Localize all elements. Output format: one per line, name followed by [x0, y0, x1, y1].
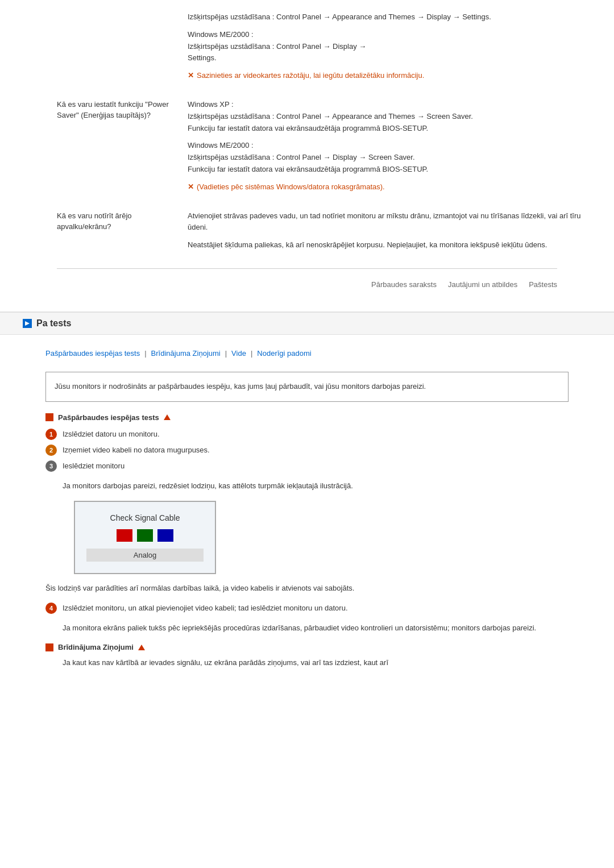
section-divider: [57, 268, 557, 269]
qa-row-power: Kā es varu iestatīt funkciju "Power Save…: [57, 99, 591, 199]
signal-cable-subtitle: Analog: [86, 549, 204, 562]
power-answer-2: Windows ME/2000 :Izšķirtspējas uzstādīša…: [188, 140, 591, 175]
nav-tabs: Pārbaudes saraksts Jautājumi un atbildes…: [23, 280, 591, 289]
steps-list: 1 Izslēdziet datoru un monitoru. 2 Izņem…: [45, 429, 569, 472]
power-warning: ✕ (Vadieties pēc sistēmas Windows/datora…: [188, 181, 591, 193]
step-4-list: 4 Izslēdziet monitoru, un atkal pievieno…: [45, 603, 569, 614]
sub-nav-vide[interactable]: Vide: [231, 349, 246, 358]
color-block-blue: [157, 529, 173, 542]
sub-nav-selftest[interactable]: Pašpārbaudes iespējas tests: [45, 349, 140, 358]
step-1-text: Izslēdziet datoru un monitoru.: [63, 429, 160, 440]
signal-cable-box: Check Signal Cable Analog: [74, 501, 216, 574]
warning-x-icon: ✕: [188, 70, 194, 82]
page-header-icon: [23, 319, 32, 328]
svg-marker-0: [25, 321, 30, 326]
warning-section-title: Brīdinājuma Ziņojumi: [45, 643, 569, 651]
qa-answer-power: Windows XP :Izšķirtspējas uzstādīšana : …: [188, 99, 591, 199]
warning-note-text: Šis lodziņš var parādīties arī normālas …: [45, 584, 354, 592]
self-test-section: Pašpārbaudes iespējas tests 1 Izslēdziet…: [23, 413, 591, 669]
sub-nav-padomi[interactable]: Noderīgi padomi: [257, 349, 311, 358]
step-3-text: Ieslēdziet monitoru: [63, 460, 125, 472]
qa-answer-clean: Atvienojiet strāvas padeves vadu, un tad…: [188, 210, 591, 257]
signal-cable-title: Check Signal Cable: [86, 513, 204, 522]
clean-answer-2: Neatstājiet šķīduma paliekas, kā arī nen…: [188, 239, 591, 251]
header-icon-svg: [24, 320, 31, 327]
step-2: 2 Izņemiet video kabeli no datora mugurp…: [45, 445, 569, 456]
page-title: Pa tests: [36, 318, 71, 329]
page-header: Pa tests: [0, 312, 614, 335]
step-num-2: 2: [45, 445, 57, 456]
clean-answer-1: Atvienojiet strāvas padeves vadu, un tad…: [188, 210, 591, 234]
step-num-3: 3: [45, 460, 57, 472]
answer-display-2: Windows ME/2000 :Izšķirtspējas uzstādīša…: [188, 29, 591, 64]
warning-section-title-text: Brīdinājuma Ziņojumi: [58, 643, 134, 651]
warning-triangle-icon: [138, 645, 145, 650]
step-4: 4 Izslēdziet monitoru, un atkal pievieno…: [45, 603, 569, 614]
step-3: 3 Ieslēdziet monitoru: [45, 460, 569, 472]
sub-nav-sep-2: |: [225, 349, 227, 358]
info-box-text: Jūsu monitors ir nodrošināts ar pašpārba…: [55, 382, 426, 391]
sub-nav-warnings[interactable]: Brīdinājuma Ziņojumi: [151, 349, 221, 358]
triangle-icon: [164, 414, 171, 420]
power-warning-text: (Vadieties pēc sistēmas Windows/datora r…: [197, 181, 385, 193]
step-4-text: Izslēdziet monitoru, un atkal pievienoji…: [63, 603, 348, 614]
tab-parbaudes[interactable]: Pārbaudes saraksts: [371, 280, 437, 289]
warning-text-content: Sazinieties ar videokartes ražotāju, lai…: [197, 70, 424, 82]
sub-nav: Pašpārbaudes iespējas tests | Brīdinājum…: [23, 346, 591, 366]
answer-display-1: Izšķirtspējas uzstādīšana : Control Pane…: [188, 11, 591, 23]
answer-display-warning: ✕ Sazinieties ar videokartes ražotāju, l…: [188, 70, 591, 82]
warning-body: Ja kaut kas nav kārtībā ar ievades signā…: [45, 657, 569, 669]
color-block-red: [117, 529, 132, 542]
selftest-title: Pašpārbaudes iespējas tests: [45, 413, 569, 422]
step-3-desc-text: Ja monitors darbojas pareizi, redzēsiet …: [63, 481, 353, 490]
tab-pastests[interactable]: Paštests: [529, 280, 557, 289]
step-num-4: 4: [45, 603, 57, 614]
warning-body-text: Ja kaut kas nav kārtībā ar ievades signā…: [63, 658, 388, 667]
step-2-text: Izņemiet video kabeli no datora mugurpus…: [63, 445, 210, 456]
qa-answer-display: Izšķirtspējas uzstādīšana : Control Pane…: [188, 11, 591, 88]
qa-question-empty: [57, 11, 171, 88]
qa-question-power: Kā es varu iestatīt funkciju "Power Save…: [57, 99, 171, 199]
qa-question-clean: Kā es varu notīrīt ārējo apvalku/ekrānu?: [57, 210, 171, 257]
qa-section: Izšķirtspējas uzstādīšana : Control Pane…: [23, 11, 591, 257]
color-block-green: [137, 529, 153, 542]
warning-section-icon: [45, 643, 53, 651]
color-blocks: [86, 529, 204, 542]
power-answer-1: Windows XP :Izšķirtspējas uzstādīšana : …: [188, 99, 591, 134]
step-num-1: 1: [45, 429, 57, 440]
warning-x-icon-2: ✕: [188, 181, 194, 193]
step-4-desc: Ja monitora ekrāns paliek tukšs pēc iepr…: [45, 622, 569, 634]
sub-nav-sep-3: |: [251, 349, 252, 358]
warning-note: Šis lodziņš var parādīties arī normālas …: [45, 583, 569, 595]
qa-row-clean: Kā es varu notīrīt ārējo apvalku/ekrānu?…: [57, 210, 591, 257]
sub-nav-sep-1: |: [144, 349, 146, 358]
tab-jautajumi[interactable]: Jautājumi un atbildes: [448, 280, 517, 289]
section-icon-1: [45, 413, 53, 421]
step-1: 1 Izslēdziet datoru un monitoru.: [45, 429, 569, 440]
step-4-desc-text: Ja monitora ekrāns paliek tukšs pēc iepr…: [63, 624, 536, 632]
selftest-title-text: Pašpārbaudes iespējas tests: [58, 413, 159, 422]
step-3-desc: Ja monitors darbojas pareizi, redzēsiet …: [45, 480, 569, 492]
qa-row-display: Izšķirtspējas uzstādīšana : Control Pane…: [57, 11, 591, 88]
info-box: Jūsu monitors ir nodrošināts ar pašpārba…: [45, 372, 569, 402]
